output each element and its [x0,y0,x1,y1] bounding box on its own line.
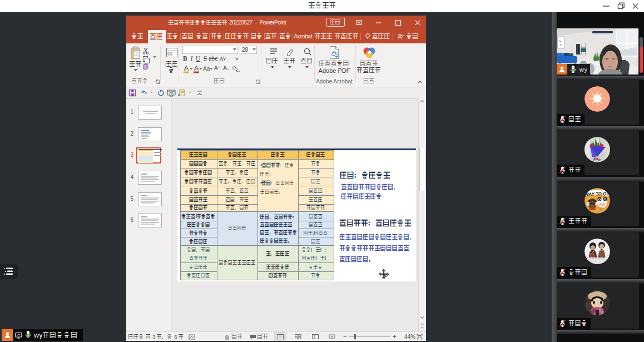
svg-text:˅: ˅ [227,68,229,71]
svg-text:A: A [214,65,218,71]
svg-text:A: A [223,65,227,71]
svg-text:˄: ˄ [218,66,220,69]
svg-text:Aa: Aa [203,66,210,72]
svg-text:WAY TO GO: WAY TO GO [584,191,610,197]
